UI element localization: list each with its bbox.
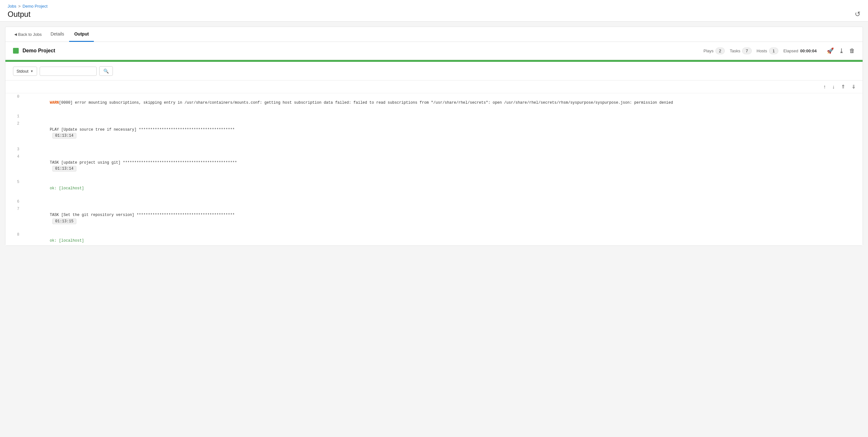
- plays-stat: Plays 2: [704, 48, 725, 54]
- scroll-controls: ↑ ↓ ⇑ ⇓: [5, 81, 863, 93]
- search-button[interactable]: 🔍: [99, 66, 113, 76]
- output-container[interactable]: 0 WARN[0000] error mounting subscription…: [5, 93, 863, 245]
- line-number: 4: [5, 153, 24, 161]
- stdout-select[interactable]: Stdout ▼: [13, 67, 37, 76]
- tasks-badge: 7: [742, 48, 751, 54]
- elapsed-label: Elapsed: [783, 49, 798, 53]
- page-title-row: Output ↺: [8, 10, 860, 19]
- line-content: TASK [update project using git] ********…: [24, 153, 863, 179]
- stdout-arrow-icon: ▼: [30, 69, 34, 73]
- main-content: ◀ Back to Jobs Details Output Demo Proje…: [5, 27, 863, 246]
- line-content: ok: [localhost]: [24, 231, 863, 245]
- job-header: Demo Project Plays 2 Tasks 7 Hosts 1 Ela…: [5, 42, 863, 60]
- search-input[interactable]: [40, 67, 97, 76]
- line-number: 5: [5, 178, 24, 186]
- tab-output-label: Output: [74, 31, 89, 36]
- output-area: ↑ ↓ ⇑ ⇓ 0 WARN[0000] error mounting subs…: [5, 81, 863, 245]
- scroll-top-button[interactable]: ⇑: [839, 83, 847, 90]
- tasks-stat: Tasks 7: [730, 48, 751, 54]
- top-header: Jobs > Demo Project Output ↺: [0, 0, 868, 22]
- line-number: 8: [5, 231, 24, 238]
- line-content: [24, 198, 863, 205]
- rocket-icon[interactable]: 🚀: [827, 47, 834, 54]
- line-number: 1: [5, 113, 24, 120]
- job-name: Demo Project: [23, 48, 55, 54]
- tasks-label: Tasks: [730, 49, 740, 53]
- tab-details-label: Details: [51, 31, 64, 36]
- output-row: 2 PLAY [Update source tree if necessary]…: [5, 120, 863, 146]
- scroll-down-button[interactable]: ↓: [830, 83, 837, 90]
- breadcrumb: Jobs > Demo Project: [8, 4, 860, 8]
- tab-back[interactable]: ◀ Back to Jobs: [10, 28, 45, 41]
- hosts-label: Hosts: [757, 49, 767, 53]
- job-stats: Plays 2 Tasks 7 Hosts 1 Elapsed 00:00:04…: [704, 47, 855, 55]
- line-content: WARN[0000] error mounting subscriptions,…: [24, 93, 863, 113]
- plays-badge: 2: [715, 48, 725, 54]
- line-number: 0: [5, 93, 24, 100]
- plays-label: Plays: [704, 49, 714, 53]
- breadcrumb-jobs-link[interactable]: Jobs: [8, 4, 16, 8]
- line-content: PLAY [Update source tree if necessary] *…: [24, 120, 863, 146]
- scroll-up-button[interactable]: ↑: [822, 83, 828, 90]
- line-content: TASK [Set the git repository version] **…: [24, 205, 863, 231]
- output-row: 7 TASK [Set the git repository version] …: [5, 205, 863, 231]
- hosts-badge: 1: [769, 48, 778, 54]
- breadcrumb-project-link[interactable]: Demo Project: [23, 4, 48, 8]
- history-icon[interactable]: ↺: [855, 10, 860, 19]
- output-row: 1: [5, 113, 863, 120]
- page-title: Output: [8, 10, 30, 19]
- back-arrow-icon: ◀: [14, 32, 17, 36]
- timestamp-badge: 01:13:14: [52, 166, 76, 172]
- output-row: 8 ok: [localhost]: [5, 231, 863, 245]
- download-icon[interactable]: ⤓: [839, 47, 844, 55]
- output-row: 5 ok: [localhost]: [5, 178, 863, 198]
- action-icons: 🚀 ⤓ 🗑: [827, 47, 855, 55]
- job-title-section: Demo Project: [13, 48, 55, 54]
- output-row: 4 TASK [update project using git] ******…: [5, 153, 863, 179]
- output-row: 0 WARN[0000] error mounting subscription…: [5, 93, 863, 113]
- tab-output[interactable]: Output: [69, 27, 94, 42]
- tab-back-label: Back to Jobs: [18, 32, 41, 37]
- line-number: 6: [5, 198, 24, 205]
- breadcrumb-separator: >: [18, 4, 21, 8]
- stdout-label: Stdout: [17, 69, 29, 74]
- tab-bar: ◀ Back to Jobs Details Output: [5, 27, 863, 42]
- line-content: ok: [localhost]: [24, 178, 863, 198]
- elapsed-value: 00:00:04: [800, 49, 817, 53]
- line-number: 3: [5, 146, 24, 153]
- hosts-stat: Hosts 1: [757, 48, 778, 54]
- tab-details[interactable]: Details: [45, 27, 69, 42]
- line-content: [24, 146, 863, 153]
- filter-row: Stdout ▼ 🔍: [5, 62, 863, 81]
- timestamp-badge: 01:13:15: [52, 218, 76, 224]
- trash-icon[interactable]: 🗑: [849, 48, 855, 54]
- output-row: 3: [5, 146, 863, 153]
- timestamp-badge: 01:13:14: [52, 133, 76, 139]
- job-status-indicator: [13, 48, 19, 54]
- line-number: 7: [5, 205, 24, 213]
- line-content: [24, 113, 863, 120]
- line-number: 2: [5, 120, 24, 127]
- output-row: 6: [5, 198, 863, 205]
- scroll-bottom-button[interactable]: ⇓: [849, 83, 858, 90]
- elapsed-stat: Elapsed 00:00:04: [783, 49, 817, 53]
